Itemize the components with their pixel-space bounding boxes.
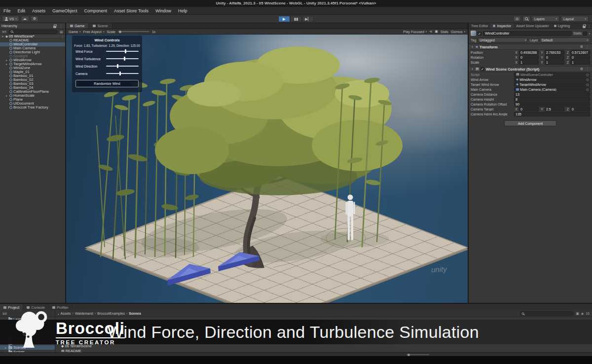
file-06-terrainscene[interactable]: ◆06 TerrainScene	[55, 344, 592, 348]
expand-arrow[interactable]: ▸	[5, 58, 8, 62]
rotation-z-field[interactable]: 0	[570, 55, 590, 60]
camera-height-field[interactable]: 8	[514, 97, 590, 102]
stats-button[interactable]: Stats	[441, 30, 448, 34]
hierarchy-item-maple01[interactable]: Maple_01	[0, 70, 65, 74]
static-checkbox[interactable]	[583, 32, 587, 36]
object-picker-icon[interactable]	[586, 78, 589, 81]
tab-inspector[interactable]: Inspector	[490, 23, 514, 29]
play-focused-dropdown[interactable]: Play Focused▾	[403, 30, 427, 34]
gear-icon[interactable]: ⚙	[580, 45, 583, 49]
camera-hemi-arc-angle-field[interactable]: 135	[514, 112, 590, 116]
hierarchy-item-bamboo02[interactable]: Bamboo_02	[0, 78, 65, 82]
hierarchy-item-targetwindarrow[interactable]: ▸TargetWindArrow	[0, 62, 65, 66]
hierarchy-item-bamboo03[interactable]: Bamboo_03	[0, 82, 65, 86]
camera-target-y-field[interactable]: 2.5	[545, 107, 564, 111]
layers-dropdown[interactable]: Layers ▾	[532, 16, 559, 22]
object-picker-icon[interactable]	[586, 88, 589, 91]
tab-tree-editor[interactable]: Tree Editor	[469, 23, 490, 29]
static-dropdown-icon[interactable]: ▾	[589, 32, 590, 35]
wind-force-slider[interactable]	[106, 49, 139, 54]
rotation-x-field[interactable]: 0	[519, 55, 539, 60]
search-by-label-icon[interactable]: ◈	[581, 312, 584, 316]
pause-button[interactable]: ▮▮	[290, 16, 302, 22]
scale-z-field[interactable]: 1	[570, 60, 590, 65]
settings-button[interactable]: ⚙	[31, 16, 38, 22]
wind-turbulence-slider[interactable]	[106, 57, 139, 61]
scene-menu-icon[interactable]: ⋮	[60, 35, 65, 38]
expand-arrow[interactable]: ▾	[1, 35, 4, 38]
component-menu-icon[interactable]: ⋮	[585, 67, 590, 71]
hierarchy-item-spotlight[interactable]: Spotlight	[0, 54, 65, 58]
scale-x-field[interactable]: 1	[519, 60, 539, 65]
hierarchy-item-calibrationfloorplane[interactable]: CalibrationFloorPlane	[0, 90, 65, 94]
hierarchy-item-windarrow[interactable]: ▸WindArrow	[0, 58, 65, 62]
object-picker-icon[interactable]	[586, 83, 589, 86]
script-object-field[interactable]: ▤WindSceneController	[514, 73, 590, 77]
hierarchy-item-broccoli-tree-factory[interactable]: Broccoli Tree Factory	[0, 106, 65, 109]
account-dropdown[interactable]: VS ▾	[2, 16, 19, 22]
gizmos-dropdown[interactable]: Gizmos▾	[451, 30, 465, 34]
menu-asset-store-tools[interactable]: Asset Store Tools	[111, 8, 152, 13]
add-component-button[interactable]: Add Component	[504, 120, 556, 126]
hierarchy-item-readme[interactable]: README	[0, 38, 65, 42]
create-asset-button[interactable]: +▾	[1, 311, 8, 316]
menu-edit[interactable]: Edit	[14, 8, 29, 13]
display-dropdown[interactable]: Game▾	[69, 30, 81, 34]
hierarchy-item-plane[interactable]: Plane	[0, 98, 65, 102]
context-menu-icon[interactable]: ⋮	[587, 24, 592, 28]
cloud-services-button[interactable]: ☁	[21, 16, 29, 22]
gameobject-name-field[interactable]: WindController	[483, 31, 572, 36]
hierarchy-item-windcontroller[interactable]: WindController	[0, 42, 65, 46]
camera-slider-thumb[interactable]	[119, 72, 121, 75]
scale-slider-thumb[interactable]	[119, 31, 121, 33]
transform-component-header[interactable]: ▾ ◈ Transform ⚙ ⋮	[469, 44, 592, 50]
rotation-y-field[interactable]: 0	[545, 55, 564, 60]
hierarchy-item-humanscale[interactable]: ▸HumanScale	[0, 94, 65, 98]
menu-help[interactable]: Help	[175, 8, 191, 13]
hierarchy-item-bamboo04[interactable]: Bamboo_04	[0, 86, 65, 90]
scene-visibility-button[interactable]: ◎	[59, 30, 64, 34]
object-picker-icon[interactable]	[586, 73, 589, 76]
foldout-arrow[interactable]: ▾	[471, 68, 474, 71]
menu-component[interactable]: Component	[81, 8, 111, 13]
wind-arrow-object-field[interactable]: ◈WindArrow	[514, 77, 590, 82]
step-button[interactable]: ▶▏	[302, 16, 314, 22]
search-button[interactable]	[522, 16, 530, 22]
wind-direction-slider[interactable]	[106, 64, 139, 69]
icon-size-slider[interactable]	[407, 354, 429, 355]
active-checkbox[interactable]: ✓	[478, 32, 481, 36]
position-x-field[interactable]: 0.4936288	[519, 50, 539, 55]
play-button[interactable]: ▶	[278, 16, 290, 22]
tag-dropdown[interactable]: Untagged▾	[478, 37, 528, 42]
menu-assets[interactable]: Assets	[29, 8, 49, 13]
main-camera-object-field[interactable]: Main Camera (Camera)	[514, 87, 590, 92]
breadcrumb-scenes[interactable]: Scenes	[129, 312, 141, 315]
gameobject-cube-icon[interactable]	[471, 31, 476, 36]
game-viewport[interactable]: unity Wind Controls Force: 1.83, Turbule…	[66, 35, 468, 303]
scale-y-field[interactable]: 1	[545, 60, 564, 65]
layer-dropdown[interactable]: Default▾	[540, 37, 590, 42]
wind-direction-slider-thumb[interactable]	[117, 64, 118, 68]
layout-dropdown[interactable]: Layout ▾	[561, 16, 589, 22]
component-menu-icon[interactable]: ⋮	[585, 45, 590, 49]
hierarchy-item-windzone[interactable]: WindZone	[0, 66, 65, 70]
hierarchy-item-main-camera[interactable]: Main Camera	[0, 46, 65, 50]
menu-file[interactable]: File	[0, 8, 14, 13]
hierarchy-item-bamboo01[interactable]: Bamboo_01	[0, 74, 65, 78]
capture-icon[interactable]: ▣	[435, 30, 438, 34]
hierarchy-search-input[interactable]	[8, 30, 58, 34]
camera-slider[interactable]	[106, 72, 139, 76]
scale-slider[interactable]	[118, 31, 149, 32]
target-wind-arrow-object-field[interactable]: ◈TargetWindArrow	[514, 82, 590, 87]
menu-gameobject[interactable]: GameObject	[49, 8, 81, 13]
component-enabled-checkbox[interactable]: ✓	[481, 67, 484, 71]
camera-distance-field[interactable]: 13	[514, 92, 590, 97]
tab-game[interactable]: Game	[66, 23, 89, 29]
hierarchy-scene-row[interactable]: ▾ ◆ 05 WindScene* ⋮	[0, 35, 65, 38]
position-y-field[interactable]: 2.769153	[545, 50, 564, 55]
gear-icon[interactable]: ⚙	[580, 67, 583, 71]
hierarchy-item-directional-light[interactable]: Directional Light	[0, 50, 65, 54]
project-search-input[interactable]	[519, 311, 574, 316]
camera-rotation-offset-field[interactable]: 90	[514, 102, 590, 107]
wind-force-slider-thumb[interactable]	[125, 49, 126, 53]
